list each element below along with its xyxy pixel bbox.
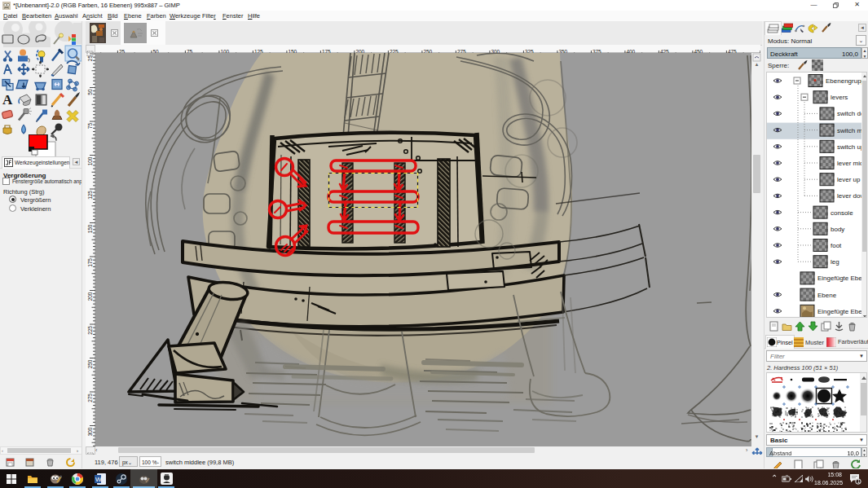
svg-text:leg: leg: [831, 258, 839, 266]
svg-text:175: 175: [87, 258, 93, 267]
svg-text:100: 100: [87, 156, 93, 165]
svg-text:75: 75: [87, 123, 93, 130]
svg-text:lever up: lever up: [837, 176, 861, 183]
svg-text:levers: levers: [831, 94, 848, 101]
svg-text:Eingefügte Ebene: Eingefügte Ebene: [817, 308, 867, 315]
svg-text:switch up: switch up: [837, 143, 865, 151]
svg-text:300: 300: [87, 427, 93, 436]
svg-text:Ebene: Ebene: [817, 292, 837, 299]
svg-text:50: 50: [87, 89, 93, 95]
svg-text:225: 225: [87, 326, 93, 335]
svg-text:console: console: [831, 209, 853, 217]
svg-text:W: W: [95, 476, 102, 483]
svg-text:150: 150: [87, 224, 93, 233]
svg-text:A: A: [2, 92, 13, 108]
svg-text:foot: foot: [831, 242, 842, 249]
svg-text:body: body: [831, 226, 844, 233]
svg-text:Ebenengruppe: Ebenengruppe: [826, 77, 867, 85]
svg-text:250: 250: [87, 359, 93, 368]
svg-text:275: 275: [87, 393, 93, 402]
svg-text:lever mid: lever mid: [837, 160, 863, 167]
svg-text:200: 200: [87, 292, 93, 301]
svg-text:125: 125: [87, 191, 93, 200]
svg-text:Eingefügte Ebene s: Eingefügte Ebene s: [817, 275, 867, 282]
svg-text:1: 1: [857, 478, 861, 484]
